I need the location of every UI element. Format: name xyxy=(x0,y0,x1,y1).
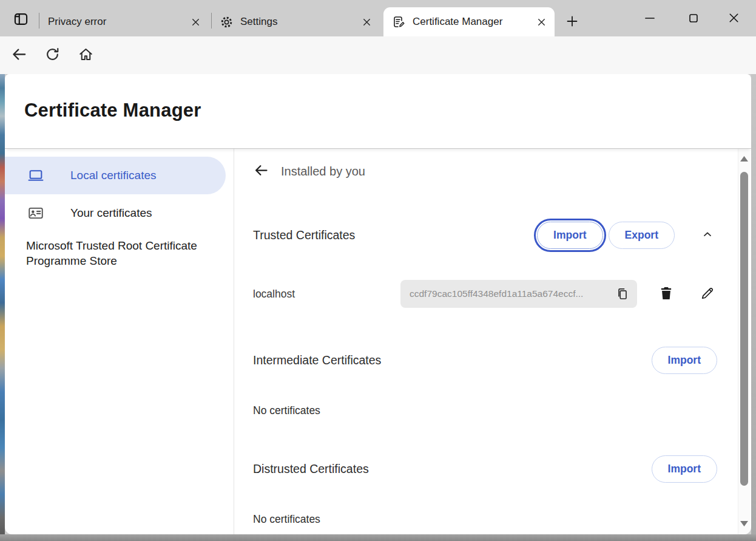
navigation-bar: edge://certificate-manager/localcerts/us… xyxy=(0,36,756,74)
distrusted-certificates-title: Distrusted Certificates xyxy=(253,462,369,476)
chevron-up-icon xyxy=(701,228,714,242)
close-tab-icon[interactable] xyxy=(533,13,550,30)
page-title: Certificate Manager xyxy=(5,74,751,121)
trash-icon xyxy=(658,285,674,303)
home-icon xyxy=(78,46,94,64)
sidebar-item-your-certificates[interactable]: Your certificates xyxy=(5,197,234,230)
plus-icon xyxy=(565,14,579,30)
intermediate-certificates-title: Intermediate Certificates xyxy=(253,353,381,367)
desktop-edge-left xyxy=(0,74,5,541)
edit-certificate-button[interactable] xyxy=(698,284,717,304)
desktop-edge-right xyxy=(751,74,756,541)
sidebar-item-local-certificates[interactable]: Local certificates xyxy=(5,157,226,194)
page-header: Certificate Manager xyxy=(5,74,751,148)
window-maximize-button[interactable] xyxy=(680,5,707,32)
tab-actions-button[interactable] xyxy=(11,10,30,30)
scroll-down-icon[interactable] xyxy=(740,521,748,526)
sidebar-item-label: Local certificates xyxy=(70,169,157,182)
close-icon xyxy=(727,11,741,27)
delete-certificate-button[interactable] xyxy=(656,284,676,304)
laptop-icon xyxy=(27,167,44,184)
home-button[interactable] xyxy=(76,46,95,65)
scrollbar-thumb[interactable] xyxy=(740,172,748,486)
gear-icon xyxy=(218,14,234,30)
back-button[interactable] xyxy=(9,46,29,65)
back-arrow-icon xyxy=(10,46,28,65)
section-heading: Installed by you xyxy=(281,165,365,179)
no-certificates-text: No certificates xyxy=(253,513,717,526)
maximize-icon xyxy=(687,12,700,27)
certificate-hash-field: ccdf79cac105ff4348efd1a11a5a674eccf... xyxy=(400,280,637,308)
window-minimize-button[interactable] xyxy=(636,5,664,32)
certificate-icon xyxy=(391,14,407,30)
scrollbar[interactable] xyxy=(738,148,750,534)
certificate-hash-text: ccdf79cac105ff4348efd1a11a5a674eccf... xyxy=(410,288,613,299)
tab-label: Settings xyxy=(240,16,358,28)
trusted-certificates-title: Trusted Certificates xyxy=(253,228,355,242)
sidebar: Local certificates Your certificates Mic… xyxy=(5,148,234,534)
tab-bar: Privacy error Settings Certificate Manag… xyxy=(0,0,756,36)
tab-actions-icon xyxy=(13,11,29,29)
sidebar-item-ms-trusted-root-store[interactable]: Microsoft Trusted Root Certificate Progr… xyxy=(26,238,209,268)
close-tab-icon[interactable] xyxy=(358,13,375,30)
tab-label: Certificate Manager xyxy=(413,16,533,28)
copy-icon[interactable] xyxy=(613,284,632,304)
pencil-icon xyxy=(700,285,715,303)
certificate-manager-page: Certificate Manager Local certificates Y… xyxy=(5,74,751,534)
tab-settings[interactable]: Settings xyxy=(214,7,381,36)
desktop-edge-bottom xyxy=(0,534,756,541)
contact-card-icon xyxy=(27,205,44,222)
import-trusted-button[interactable]: Import xyxy=(537,222,602,249)
browser-window: Privacy error Settings Certificate Manag… xyxy=(0,0,756,541)
export-trusted-button[interactable]: Export xyxy=(609,222,675,249)
back-arrow-icon xyxy=(253,162,269,180)
tab-separator xyxy=(39,13,39,29)
main-content: Installed by you Trusted Certificates Im… xyxy=(234,148,738,534)
import-intermediate-button[interactable]: Import xyxy=(652,347,717,374)
reload-button[interactable] xyxy=(42,46,62,65)
tab-certificate-manager[interactable]: Certificate Manager xyxy=(383,7,555,36)
content-back-button[interactable] xyxy=(251,161,271,182)
new-tab-button[interactable] xyxy=(561,11,583,33)
tab-separator xyxy=(211,13,212,29)
no-certificates-text: No certificates xyxy=(253,404,717,418)
tab-label: Privacy error xyxy=(48,16,187,28)
scroll-up-icon[interactable] xyxy=(740,156,748,162)
reload-icon xyxy=(44,46,61,64)
sidebar-item-label: Your certificates xyxy=(70,206,152,220)
tab-privacy-error[interactable]: Privacy error xyxy=(40,7,210,36)
minimize-icon xyxy=(643,11,657,27)
close-tab-icon[interactable] xyxy=(187,13,204,30)
certificate-name: localhost xyxy=(253,288,295,301)
window-close-button[interactable] xyxy=(720,5,748,32)
collapse-section-button[interactable] xyxy=(698,225,717,245)
certificate-row: localhost ccdf79cac105ff4348efd1a11a5a67… xyxy=(253,279,717,308)
import-distrusted-button[interactable]: Import xyxy=(652,455,717,483)
